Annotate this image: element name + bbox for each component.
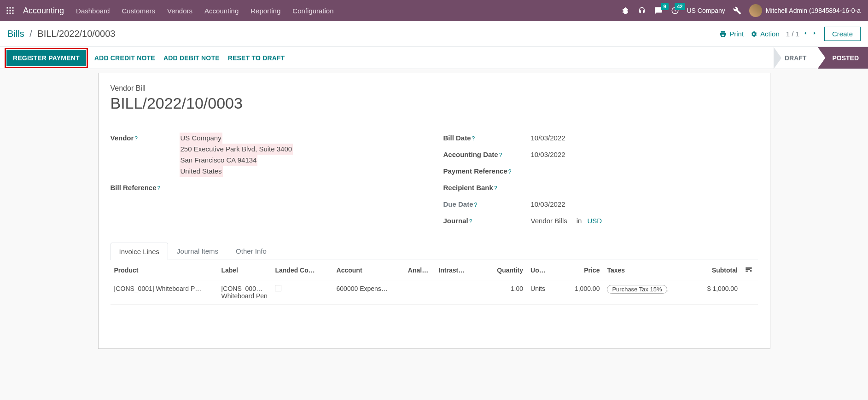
nav-vendors[interactable]: Vendors — [162, 2, 198, 19]
options-icon[interactable] — [745, 267, 752, 274]
currency-link[interactable]: USD — [587, 215, 602, 226]
gear-icon — [750, 30, 757, 38]
print-label: Print — [729, 30, 744, 38]
messages-icon[interactable]: 9 — [654, 6, 663, 15]
user-menu[interactable]: Mitchell Admin (19845894-16-0-a — [749, 4, 861, 17]
label-bill-date: Bill Date? — [443, 133, 531, 144]
value-acc-date[interactable]: 10/03/2022 — [531, 149, 565, 160]
create-button[interactable]: Create — [824, 27, 861, 41]
cell-quantity[interactable]: 1.00 — [476, 280, 527, 305]
svg-point-11 — [751, 270, 751, 270]
vendor-line3: United States — [180, 166, 223, 177]
col-analytic[interactable]: Analy… — [404, 260, 435, 280]
register-payment-button[interactable]: REGISTER PAYMENT — [6, 50, 86, 66]
help-icon[interactable]: ? — [469, 218, 472, 225]
cell-price[interactable]: 1,000.00 — [558, 280, 604, 305]
journal-name[interactable]: Vendor Bills — [531, 215, 567, 226]
pager-prev[interactable] — [802, 30, 809, 38]
topnav: Accounting Dashboard Customers Vendors A… — [0, 0, 868, 21]
cell-analytic[interactable] — [404, 280, 435, 305]
value-due-date[interactable]: 10/03/2022 — [531, 199, 565, 210]
value-bill-date[interactable]: 10/03/2022 — [531, 133, 565, 144]
col-subtotal[interactable]: Subtotal — [680, 260, 741, 280]
value-vendor[interactable]: US Company 250 Executive Park Blvd, Suit… — [180, 133, 293, 177]
svg-rect-8 — [12, 13, 14, 14]
field-bill-date: Bill Date? 10/03/2022 — [443, 130, 758, 146]
field-recipient-bank: Recipient Bank? — [443, 180, 758, 196]
action-button[interactable]: Action — [750, 30, 780, 38]
form-columns: Vendor? US Company 250 Executive Park Bl… — [111, 130, 758, 229]
field-bill-reference: Bill Reference? — [111, 180, 425, 196]
col-landed[interactable]: Landed Co… — [271, 260, 332, 280]
tab-other-info[interactable]: Other Info — [227, 242, 275, 260]
help-icon[interactable]: ? — [508, 168, 512, 175]
reset-to-draft-button[interactable]: RESET TO DRAFT — [228, 54, 285, 62]
tax-suffix: . — [667, 285, 669, 293]
tabs: Invoice Lines Journal Items Other Info — [111, 242, 758, 260]
nav-customers[interactable]: Customers — [116, 2, 161, 19]
pager-next[interactable] — [811, 30, 818, 38]
col-options[interactable] — [741, 260, 758, 280]
tab-journal-items[interactable]: Journal Items — [168, 242, 227, 260]
activities-icon[interactable]: 42 — [670, 6, 680, 15]
breadcrumb-root[interactable]: Bills — [7, 29, 24, 39]
nav-right: 9 42 US Company Mitchell Admin (19845894… — [621, 4, 865, 17]
col-quantity[interactable]: Quantity — [476, 260, 527, 280]
col-price[interactable]: Price — [558, 260, 604, 280]
breadcrumb-sep: / — [29, 29, 32, 39]
help-icon[interactable]: ? — [494, 185, 497, 191]
nav-reporting[interactable]: Reporting — [245, 2, 286, 19]
col-label[interactable]: Label — [217, 260, 271, 280]
cell-product[interactable]: [CONS_0001] Whiteboard P… — [111, 280, 218, 305]
col-uom[interactable]: Uo… — [527, 260, 558, 280]
help-icon[interactable]: ? — [472, 135, 475, 142]
activities-badge: 42 — [675, 3, 685, 10]
label-journal-text: Journal — [443, 217, 468, 225]
help-icon[interactable]: ? — [474, 202, 478, 208]
app-brand: Accounting — [18, 6, 69, 16]
doc-subtitle: Vendor Bill — [111, 84, 758, 93]
help-icon[interactable]: ? — [499, 152, 502, 158]
add-debit-note-button[interactable]: ADD DEBIT NOTE — [163, 54, 220, 62]
vendor-name: US Company — [180, 133, 222, 144]
cell-uom[interactable]: Units — [527, 280, 558, 305]
cell-options — [741, 280, 758, 305]
cell-intrastat[interactable] — [435, 280, 476, 305]
label-vendor: Vendor? — [111, 133, 180, 144]
cell-taxes[interactable]: Purchase Tax 15%. — [603, 280, 680, 305]
nav-menu: Dashboard Customers Vendors Accounting R… — [70, 2, 339, 19]
checkbox-icon[interactable] — [275, 285, 281, 291]
nav-configuration[interactable]: Configuration — [287, 2, 339, 19]
col-intrastat[interactable]: Intrast… — [435, 260, 476, 280]
print-button[interactable]: Print — [719, 30, 744, 38]
cell-account[interactable]: 600000 Expens… — [333, 280, 404, 305]
chevron-left-icon — [802, 30, 809, 36]
cell-landed[interactable] — [271, 280, 332, 305]
nav-dashboard[interactable]: Dashboard — [70, 2, 115, 19]
add-credit-note-button[interactable]: ADD CREDIT NOTE — [94, 54, 155, 62]
company-selector[interactable]: US Company — [687, 7, 725, 14]
pager-text: 1 / 1 — [786, 30, 799, 38]
col-product[interactable]: Product — [111, 260, 218, 280]
field-due-date: Due Date? 10/03/2022 — [443, 196, 758, 213]
help-icon[interactable]: ? — [157, 185, 161, 191]
nav-accounting[interactable]: Accounting — [199, 2, 244, 19]
col-taxes[interactable]: Taxes — [603, 260, 680, 280]
support-icon[interactable] — [637, 6, 647, 15]
help-icon[interactable]: ? — [134, 135, 138, 142]
status-steps: DRAFT POSTED — [774, 47, 868, 69]
svg-rect-5 — [12, 10, 14, 12]
invoice-lines-table: Product Label Landed Co… Account Analy… … — [111, 260, 758, 305]
tab-invoice-lines[interactable]: Invoice Lines — [111, 243, 169, 260]
svg-rect-0 — [7, 7, 8, 9]
form-col-left: Vendor? US Company 250 Executive Park Bl… — [111, 130, 425, 229]
col-account[interactable]: Account — [333, 260, 404, 280]
tools-icon[interactable] — [733, 6, 742, 15]
printer-icon — [719, 30, 727, 38]
bug-icon[interactable] — [621, 6, 630, 15]
status-draft[interactable]: DRAFT — [774, 47, 817, 69]
table-row[interactable]: [CONS_0001] Whiteboard P… [CONS_000… Whi… — [111, 280, 758, 305]
tax-badge[interactable]: Purchase Tax 15% — [607, 285, 667, 294]
cell-label[interactable]: [CONS_000… Whiteboard Pen — [217, 280, 271, 305]
apps-icon[interactable] — [4, 4, 17, 17]
